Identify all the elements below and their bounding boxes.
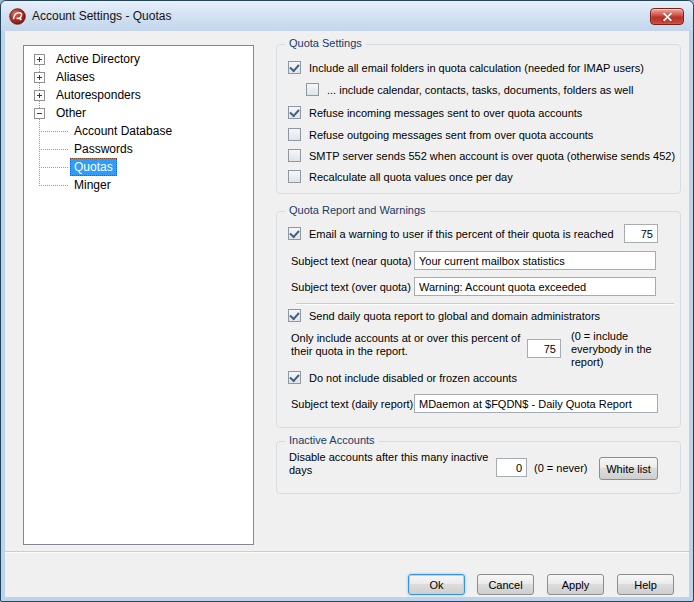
- tree-item-other[interactable]: Other: [24, 104, 251, 122]
- checkbox-send-daily-report[interactable]: Send daily quota report to global and do…: [288, 309, 600, 322]
- tree-branch-line: [39, 167, 68, 168]
- group-inactive-accounts: Inactive Accounts Disable accounts after…: [276, 441, 681, 494]
- window-title: Account Settings - Quotas: [32, 9, 171, 23]
- expand-plus-icon[interactable]: [34, 90, 45, 101]
- tree-branch-line: [39, 149, 68, 150]
- over-quota-label: Subject text (over quota): [291, 281, 411, 293]
- tree-item-autoresponders[interactable]: Autoresponders: [24, 86, 251, 104]
- group-quota-settings: Quota Settings Include all email folders…: [276, 44, 681, 194]
- report-percent-note: (0 = include everybody in the report): [571, 330, 663, 369]
- tree-item-account-database[interactable]: Account Database: [24, 122, 251, 140]
- white-list-button[interactable]: White list: [599, 457, 658, 480]
- checkbox-box[interactable]: [288, 170, 301, 183]
- close-button[interactable]: [650, 8, 684, 25]
- apply-button[interactable]: Apply: [547, 574, 604, 595]
- tree-item-passwords[interactable]: Passwords: [24, 140, 251, 158]
- near-quota-subject-input[interactable]: [414, 251, 656, 270]
- group-quota-report: Quota Report and Warnings Email a warnin…: [276, 211, 681, 428]
- collapse-minus-icon[interactable]: [34, 108, 45, 119]
- mdaemon-icon: [9, 8, 26, 25]
- checkbox-include-email-folders[interactable]: Include all email folders in quota calcu…: [288, 61, 644, 74]
- daily-report-label: Subject text (daily report): [291, 398, 413, 410]
- account-settings-dialog: Account Settings - Quotas Active Directo…: [0, 0, 694, 602]
- checkbox-recalculate-daily[interactable]: Recalculate all quota values once per da…: [288, 170, 513, 183]
- checkbox-email-warning[interactable]: Email a warning to user if this percent …: [288, 227, 614, 240]
- checkbox-box[interactable]: [306, 83, 319, 96]
- checkbox-exclude-disabled[interactable]: Do not include disabled or frozen accoun…: [288, 371, 517, 384]
- checkbox-refuse-outgoing[interactable]: Refuse outgoing messages sent from over …: [288, 128, 593, 141]
- inactive-days-input[interactable]: [496, 458, 527, 477]
- checkbox-refuse-incoming[interactable]: Refuse incoming messages sent to over qu…: [288, 106, 582, 119]
- inactive-days-label: Disable accounts after this many inactiv…: [289, 451, 504, 477]
- tree-branch-line: [39, 131, 68, 132]
- inactive-days-note: (0 = never): [534, 462, 588, 474]
- report-percent-label: Only include accounts at or over this pe…: [291, 332, 529, 358]
- group-title: Quota Report and Warnings: [285, 204, 430, 216]
- checkbox-include-calendar-contacts[interactable]: ... include calendar, contacts, tasks, d…: [306, 83, 633, 96]
- expand-plus-icon[interactable]: [34, 72, 45, 83]
- cancel-button[interactable]: Cancel: [477, 574, 534, 595]
- over-quota-subject-input[interactable]: [414, 277, 656, 296]
- near-quota-label: Subject text (near quota): [291, 255, 411, 267]
- checkbox-box[interactable]: [288, 371, 301, 384]
- tree-item-active-directory[interactable]: Active Directory: [24, 50, 251, 68]
- ok-button[interactable]: Ok: [408, 574, 465, 595]
- settings-tree: Active Directory Aliases Autoresponders …: [23, 45, 254, 545]
- section-divider: [296, 303, 674, 305]
- warn-percent-input[interactable]: [624, 224, 658, 243]
- group-title: Quota Settings: [285, 37, 366, 49]
- daily-report-subject-input[interactable]: [414, 394, 658, 413]
- tree-item-aliases[interactable]: Aliases: [24, 68, 251, 86]
- close-icon: [663, 12, 672, 21]
- checkbox-smtp-552[interactable]: SMTP server sends 552 when account is ov…: [288, 149, 675, 162]
- checkbox-box[interactable]: [288, 61, 301, 74]
- checkbox-box[interactable]: [288, 227, 301, 240]
- help-button[interactable]: Help: [617, 574, 674, 595]
- expand-plus-icon[interactable]: [34, 54, 45, 65]
- report-percent-input[interactable]: [527, 339, 561, 358]
- tree-branch-line: [39, 185, 68, 186]
- checkbox-box[interactable]: [288, 128, 301, 141]
- tree-item-quotas[interactable]: Quotas: [24, 158, 251, 176]
- checkbox-box[interactable]: [288, 149, 301, 162]
- checkbox-box[interactable]: [288, 309, 301, 322]
- tree-item-minger[interactable]: Minger: [24, 176, 251, 194]
- group-title: Inactive Accounts: [285, 434, 379, 446]
- dialog-body: Active Directory Aliases Autoresponders …: [5, 31, 689, 597]
- title-bar: Account Settings - Quotas: [1, 1, 693, 31]
- footer-divider: [5, 551, 689, 553]
- checkbox-box[interactable]: [288, 106, 301, 119]
